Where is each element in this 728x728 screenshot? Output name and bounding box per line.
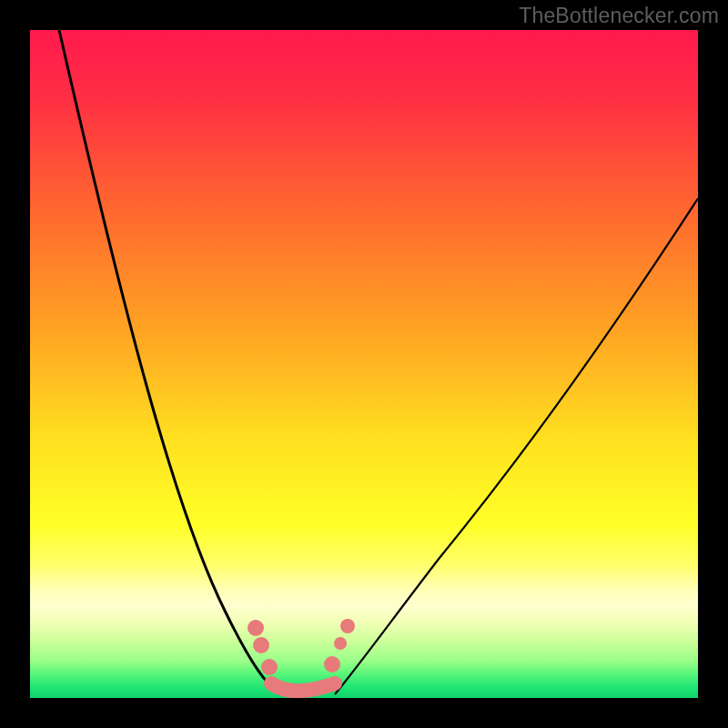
marker-4 (334, 637, 347, 650)
plot-area (30, 30, 698, 698)
marker-2 (261, 659, 278, 675)
marker-3 (340, 619, 355, 633)
marker-1 (253, 637, 269, 653)
marker-5 (324, 656, 340, 672)
series-bottom-connector (271, 683, 335, 691)
series-left-curve (59, 30, 280, 694)
watermark-text: TheBottlenecker.com (519, 4, 719, 28)
series-right-curve (335, 198, 698, 694)
marker-0 (248, 620, 264, 636)
curves-layer (30, 30, 698, 698)
chart-frame: TheBottlenecker.com (0, 0, 728, 728)
